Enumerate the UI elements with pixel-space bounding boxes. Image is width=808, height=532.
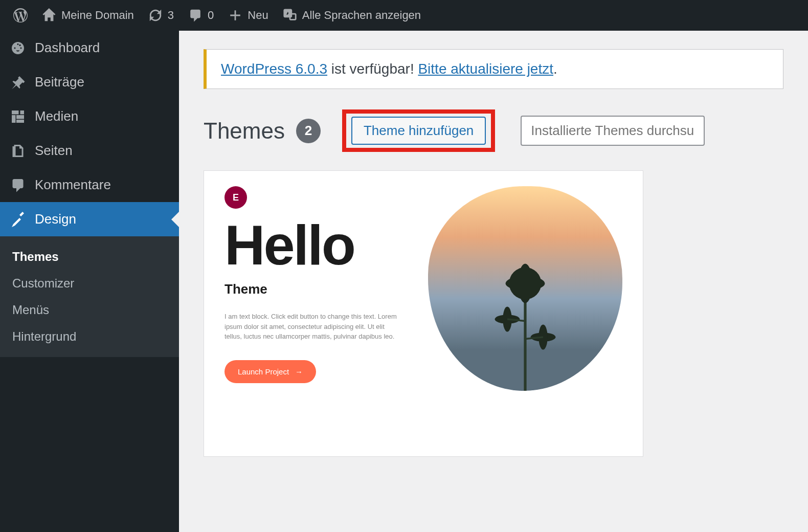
translate-icon xyxy=(283,8,297,23)
media-icon xyxy=(10,109,26,124)
update-count: 3 xyxy=(168,9,174,22)
theme-hero-subtitle: Theme xyxy=(225,281,408,297)
theme-count-badge: 2 xyxy=(296,119,321,143)
languages-label: Alle Sprachen anzeigen xyxy=(302,9,421,22)
site-name: Meine Domain xyxy=(61,9,134,22)
comment-icon xyxy=(188,8,203,23)
admin-sidebar: Dashboard Beiträge Medien Seiten Komment… xyxy=(0,31,179,532)
comment-count: 0 xyxy=(208,9,214,22)
sidebar-item-pages[interactable]: Seiten xyxy=(0,134,179,168)
plant-illustration xyxy=(479,248,571,391)
new-label: Neu xyxy=(248,9,268,22)
submenu-customizer[interactable]: Customizer xyxy=(0,270,179,297)
update-notice: WordPress 6.0.3 ist verfügbar! Bitte akt… xyxy=(204,49,783,89)
comments-icon xyxy=(10,178,26,193)
page-header: Themes 2 Theme hinzufügen xyxy=(204,109,783,152)
site-home-link[interactable]: Meine Domain xyxy=(35,0,141,31)
sidebar-item-label: Seiten xyxy=(35,143,73,159)
submenu-menus[interactable]: Menüs xyxy=(0,297,179,323)
sidebar-item-media[interactable]: Medien xyxy=(0,99,179,134)
sidebar-item-posts[interactable]: Beiträge xyxy=(0,65,179,99)
highlight-annotation: Theme hinzufügen xyxy=(342,109,495,152)
sidebar-item-label: Kommentare xyxy=(35,177,111,193)
theme-launch-button: Launch Project → xyxy=(225,360,316,383)
main-content: WordPress 6.0.3 ist verfügbar! Bitte akt… xyxy=(179,31,808,532)
refresh-icon xyxy=(148,8,163,23)
comments-link[interactable]: 0 xyxy=(181,0,221,31)
theme-card[interactable]: E Hello Theme I am text block. Click edi… xyxy=(204,170,643,457)
sidebar-item-dashboard[interactable]: Dashboard xyxy=(0,31,179,65)
update-now-link[interactable]: Bitte aktualisiere jetzt xyxy=(418,61,553,77)
pages-icon xyxy=(10,143,26,159)
theme-hero-title: Hello xyxy=(225,217,408,273)
new-content-link[interactable]: Neu xyxy=(221,0,275,31)
sidebar-item-design[interactable]: Design xyxy=(0,202,179,236)
home-icon xyxy=(42,8,56,23)
sidebar-item-label: Dashboard xyxy=(35,40,100,56)
theme-preview-right xyxy=(428,186,622,441)
wordpress-icon xyxy=(13,8,28,23)
theme-preview-image xyxy=(428,186,622,391)
plus-icon xyxy=(228,8,242,23)
add-theme-button[interactable]: Theme hinzufügen xyxy=(351,117,486,145)
theme-launch-label: Launch Project xyxy=(238,367,289,376)
notice-trail: . xyxy=(553,61,557,77)
dashboard-icon xyxy=(10,40,26,56)
elementor-logo-icon: E xyxy=(225,186,247,209)
theme-preview: E Hello Theme I am text block. Click edi… xyxy=(225,186,622,441)
theme-description: I am text block. Click edit button to ch… xyxy=(225,312,398,342)
admin-bar: Meine Domain 3 0 Neu Alle Sprachen anzei… xyxy=(0,0,808,31)
sidebar-item-label: Beiträge xyxy=(35,74,84,90)
theme-preview-left: E Hello Theme I am text block. Click edi… xyxy=(225,186,408,441)
brush-icon xyxy=(10,212,26,227)
theme-search-input[interactable] xyxy=(521,116,705,146)
languages-link[interactable]: Alle Sprachen anzeigen xyxy=(276,0,428,31)
sidebar-item-comments[interactable]: Kommentare xyxy=(0,168,179,202)
submenu-background[interactable]: Hintergrund xyxy=(0,323,179,350)
notice-text: ist verfügbar! xyxy=(327,61,418,77)
wp-version-link[interactable]: WordPress 6.0.3 xyxy=(221,61,327,77)
wordpress-logo[interactable] xyxy=(6,0,35,31)
sidebar-item-label: Medien xyxy=(35,108,78,124)
pin-icon xyxy=(10,75,26,90)
page-title: Themes xyxy=(204,118,285,144)
sidebar-item-label: Design xyxy=(35,211,76,227)
sidebar-submenu: Themes Customizer Menüs Hintergrund xyxy=(0,236,179,357)
submenu-themes[interactable]: Themes xyxy=(0,243,179,270)
svg-point-3 xyxy=(502,260,548,306)
arrow-right-icon: → xyxy=(295,367,303,376)
updates-link[interactable]: 3 xyxy=(141,0,181,31)
